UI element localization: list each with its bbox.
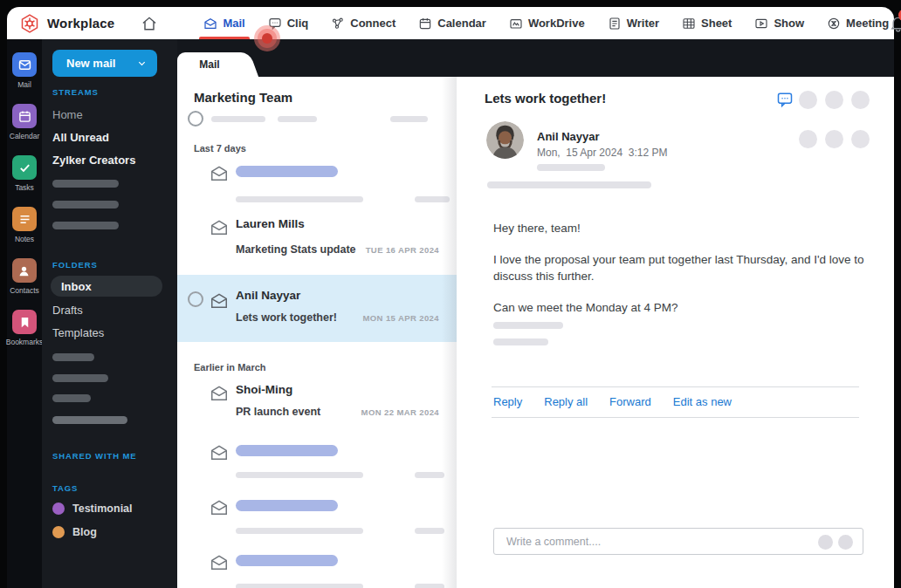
- placeholder-bar: [236, 584, 363, 588]
- tab-connect[interactable]: Connect: [331, 7, 395, 39]
- reading-pane: Lets work together!: [457, 77, 894, 588]
- tag-blog[interactable]: Blog: [52, 526, 97, 538]
- sidebar-item-zylker-creators[interactable]: Zylker Creators: [52, 154, 135, 167]
- toolbar-button-placeholder[interactable]: [799, 91, 817, 109]
- placeholder-bar: [236, 528, 363, 534]
- workplace-logo-icon: [19, 13, 40, 34]
- sidebar-placeholder-bar: [52, 374, 108, 382]
- placeholder-bar: [415, 472, 444, 478]
- comment-input[interactable]: [494, 529, 863, 554]
- sidebar-item-drafts[interactable]: Drafts: [52, 304, 83, 317]
- rail-item-mail[interactable]: Mail: [12, 52, 37, 89]
- tab-label: Calendar: [437, 17, 486, 30]
- brand-name: Workplace: [47, 16, 114, 31]
- mail-list-item[interactable]: Shoi-Ming PR launch event MON 22 MAR 202…: [177, 380, 457, 436]
- tab-meeting[interactable]: Meeting: [827, 7, 889, 39]
- reply-all-button[interactable]: Reply all: [544, 395, 588, 408]
- sidebar-placeholder-bar: [52, 180, 119, 188]
- rail-item-calendar[interactable]: Calendar: [10, 104, 40, 140]
- placeholder-bar: [493, 322, 563, 329]
- placeholder-bar: [415, 584, 444, 588]
- placeholder-bar: [415, 196, 450, 202]
- mail-folder-tab[interactable]: Mail: [177, 52, 242, 77]
- rail-item-contacts[interactable]: Contacts: [10, 258, 39, 295]
- mail-subject: PR launch event: [236, 406, 320, 418]
- notifications-bell-icon[interactable]: 5: [889, 13, 901, 34]
- tab-cliq[interactable]: Cliq: [268, 7, 309, 39]
- rail-label: Bookmarks: [6, 338, 44, 346]
- mail-sender: Shoi-Ming: [236, 383, 292, 396]
- sender-avatar: [486, 121, 524, 159]
- reply-button[interactable]: Reply: [493, 395, 522, 408]
- toolbar-button-placeholder[interactable]: [851, 130, 870, 148]
- tab-workdrive[interactable]: WorkDrive: [509, 7, 585, 39]
- sidebar-item-inbox[interactable]: Inbox: [51, 276, 162, 297]
- tab-writer[interactable]: Writer: [608, 7, 659, 39]
- sidebar-item-home[interactable]: Home: [52, 108, 83, 121]
- select-all-checkbox[interactable]: [188, 111, 203, 126]
- tab-label: Cliq: [287, 17, 309, 30]
- tasks-app-icon: [12, 155, 37, 180]
- tab-label: WorkDrive: [528, 17, 585, 30]
- placeholder-bar: [390, 116, 428, 122]
- rail-item-tasks[interactable]: Tasks: [12, 155, 37, 192]
- tab-label: Show: [774, 17, 804, 30]
- play-icon: [754, 17, 768, 31]
- mail-list-item[interactable]: Lauren Mills Marketing Stats update TUE …: [177, 215, 457, 270]
- folder-tab-label: Mail: [199, 58, 219, 71]
- calendar-app-icon: [12, 104, 37, 128]
- sidebar-placeholder-bar: [52, 222, 119, 229]
- mail-list-item[interactable]: [177, 496, 457, 540]
- comment-mode-icon[interactable]: [776, 91, 794, 108]
- group-label: Last 7 days: [194, 143, 246, 154]
- forward-button[interactable]: Forward: [609, 395, 651, 408]
- body-paragraph: I love the proposal your team put togeth…: [493, 251, 884, 284]
- envelope-open-icon: [210, 498, 229, 517]
- rail-label: Contacts: [10, 286, 39, 295]
- divider: [492, 417, 859, 418]
- grid-icon: [682, 17, 696, 31]
- app-window: Workplace Mail Cliq: [7, 7, 894, 588]
- edit-as-new-button[interactable]: Edit as new: [673, 395, 732, 408]
- toolbar-button-placeholder[interactable]: [825, 130, 843, 148]
- placeholder-bar-blue: [236, 166, 338, 177]
- placeholder-bar: [211, 116, 265, 122]
- rail-item-notes[interactable]: Notes: [12, 207, 37, 243]
- message-subject: Lets work together!: [485, 91, 606, 106]
- sidebar-item-all-unread[interactable]: All Unread: [52, 131, 109, 144]
- mail-list-item[interactable]: [177, 441, 457, 485]
- mail-app-icon: [12, 52, 37, 77]
- toolbar-button-placeholder[interactable]: [825, 91, 843, 109]
- sidebar-placeholder-bar: [52, 416, 127, 424]
- comment-action-placeholder[interactable]: [818, 535, 833, 550]
- toolbar-button-placeholder[interactable]: [799, 130, 817, 148]
- calendar-icon: [418, 17, 432, 31]
- tab-sheet[interactable]: Sheet: [682, 7, 732, 39]
- envelope-open-icon: [210, 164, 229, 183]
- mail-list-item-selected[interactable]: Anil Nayyar Lets work together! MON 15 A…: [177, 275, 457, 342]
- toolbar-button-placeholder[interactable]: [851, 91, 870, 109]
- tab-show[interactable]: Show: [754, 7, 804, 39]
- sidebar-item-templates[interactable]: Templates: [52, 326, 104, 339]
- notes-app-icon: [12, 207, 37, 231]
- tags-section-label: TAGS: [52, 483, 78, 493]
- comment-action-placeholder[interactable]: [838, 535, 853, 550]
- meeting-icon: [827, 17, 841, 31]
- tab-calendar[interactable]: Calendar: [418, 7, 486, 39]
- tab-mail[interactable]: Mail: [203, 7, 244, 39]
- mail-checkbox[interactable]: [188, 291, 203, 307]
- new-mail-button[interactable]: New mail: [52, 50, 157, 77]
- rail-item-bookmarks[interactable]: Bookmarks: [6, 310, 44, 346]
- topbar-right: 5: [889, 10, 901, 36]
- mail-date: MON 15 APR 2024: [363, 313, 440, 323]
- placeholder-bar-blue: [236, 445, 338, 456]
- home-icon[interactable]: [141, 14, 158, 33]
- mail-list-item[interactable]: [177, 551, 457, 588]
- mail-list-item[interactable]: [177, 162, 457, 204]
- tag-label: Blog: [72, 526, 97, 538]
- rail-label: Tasks: [15, 183, 34, 192]
- mail-date: MON 22 MAR 2024: [361, 407, 439, 417]
- message-actions: Reply Reply all Forward Edit as new: [493, 395, 732, 408]
- tag-testimonial[interactable]: Testimonial: [52, 503, 133, 515]
- envelope-open-icon: [210, 553, 229, 572]
